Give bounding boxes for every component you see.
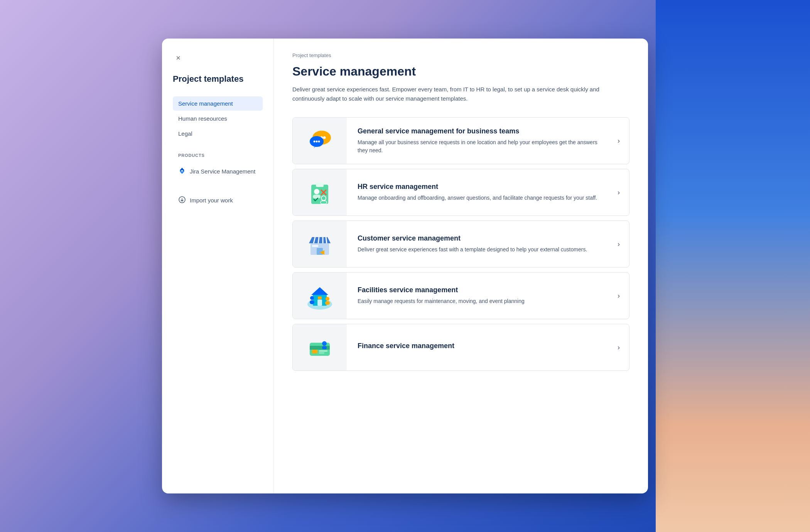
chat-icon bbox=[304, 125, 335, 156]
sidebar-title: Project templates bbox=[173, 74, 263, 84]
chevron-right-icon-finance: › bbox=[608, 343, 629, 352]
facilities-icon bbox=[304, 280, 335, 311]
template-info-facilities: Facilities service management Easily man… bbox=[347, 277, 608, 315]
svg-rect-39 bbox=[319, 352, 324, 354]
sidebar-item-human-resources[interactable]: Human reseources bbox=[173, 111, 263, 126]
chevron-right-icon-hr: › bbox=[608, 189, 629, 197]
template-name-hr: HR service management bbox=[358, 183, 597, 191]
svg-rect-34 bbox=[318, 296, 322, 299]
template-card-general-service[interactable]: General service management for business … bbox=[292, 117, 629, 164]
template-icon-facilities bbox=[293, 273, 347, 319]
hr-icon bbox=[304, 177, 335, 208]
svg-point-32 bbox=[326, 297, 329, 301]
template-icon-general bbox=[293, 118, 347, 164]
svg-rect-36 bbox=[310, 346, 330, 350]
sidebar-item-service-management[interactable]: Service management bbox=[173, 96, 263, 111]
svg-rect-10 bbox=[316, 182, 324, 187]
template-desc-facilities: Easily manage requests for maintenance, … bbox=[358, 297, 597, 305]
template-desc-customer: Deliver great service experiences fast w… bbox=[358, 246, 597, 254]
svg-rect-12 bbox=[313, 195, 321, 199]
store-icon bbox=[304, 229, 335, 259]
svg-point-4 bbox=[323, 136, 326, 139]
template-info-customer: Customer service management Deliver grea… bbox=[347, 225, 608, 263]
template-card-finance-service[interactable]: Finance service management › bbox=[292, 324, 629, 371]
import-label: Import your work bbox=[190, 197, 233, 204]
svg-point-8 bbox=[318, 141, 320, 143]
svg-point-40 bbox=[322, 341, 327, 346]
template-info-finance: Finance service management bbox=[347, 333, 608, 362]
chevron-right-icon-customer: › bbox=[608, 240, 629, 248]
svg-rect-33 bbox=[325, 301, 330, 305]
svg-point-30 bbox=[310, 296, 314, 300]
modal-container: × Project templates Service management H… bbox=[162, 39, 648, 493]
svg-marker-18 bbox=[309, 237, 331, 243]
template-name-facilities: Facilities service management bbox=[358, 286, 597, 294]
template-name-finance: Finance service management bbox=[358, 342, 597, 350]
template-icon-hr bbox=[293, 169, 347, 215]
svg-rect-16 bbox=[321, 201, 327, 204]
svg-rect-29 bbox=[317, 300, 322, 306]
sidebar-item-legal[interactable]: Legal bbox=[173, 126, 263, 141]
template-icon-finance bbox=[293, 324, 347, 370]
template-icon-customer bbox=[293, 221, 347, 267]
template-list: General service management for business … bbox=[292, 117, 629, 371]
template-card-facilities-service[interactable]: Facilities service management Easily man… bbox=[292, 272, 629, 319]
sidebar: × Project templates Service management H… bbox=[162, 39, 274, 493]
main-content: Project templates Service management Del… bbox=[274, 39, 648, 493]
svg-point-7 bbox=[316, 141, 318, 143]
background-overlay-right bbox=[656, 0, 810, 532]
import-work-item[interactable]: Import your work bbox=[173, 192, 263, 209]
sidebar-nav: Service management Human reseources Lega… bbox=[173, 96, 263, 141]
template-name-customer: Customer service management bbox=[358, 234, 597, 242]
template-name-general: General service management for business … bbox=[358, 127, 597, 135]
svg-rect-41 bbox=[322, 346, 327, 349]
products-section-label: PRODUCTS bbox=[173, 153, 263, 158]
close-button[interactable]: × bbox=[173, 52, 184, 63]
page-title: Service management bbox=[292, 64, 629, 79]
template-info-general: General service management for business … bbox=[347, 118, 608, 164]
template-info-hr: HR service management Manage onboarding … bbox=[347, 173, 608, 211]
template-desc-general: Manage all your business service request… bbox=[358, 138, 597, 155]
chevron-right-icon-general: › bbox=[608, 137, 629, 145]
svg-point-11 bbox=[314, 189, 319, 194]
svg-rect-31 bbox=[310, 300, 314, 304]
template-card-hr-service[interactable]: HR service management Manage onboarding … bbox=[292, 169, 629, 216]
jira-icon bbox=[178, 167, 186, 176]
svg-point-15 bbox=[321, 196, 326, 200]
svg-rect-37 bbox=[312, 350, 317, 354]
jira-service-management-label: Jira Service Management bbox=[190, 168, 255, 175]
breadcrumb: Project templates bbox=[292, 52, 629, 58]
svg-rect-24 bbox=[312, 245, 318, 247]
page-description: Deliver great service experiences fast. … bbox=[292, 85, 624, 103]
template-card-customer-service[interactable]: Customer service management Deliver grea… bbox=[292, 221, 629, 268]
template-desc-hr: Manage onboarding and offboarding, answe… bbox=[358, 194, 597, 202]
sidebar-item-jira-service-management[interactable]: Jira Service Management bbox=[173, 163, 263, 180]
import-icon bbox=[178, 196, 186, 205]
svg-line-20 bbox=[318, 237, 319, 243]
chevron-right-icon-facilities: › bbox=[608, 292, 629, 300]
svg-marker-28 bbox=[311, 287, 328, 295]
svg-rect-23 bbox=[317, 248, 323, 255]
svg-point-6 bbox=[314, 141, 316, 143]
finance-icon bbox=[304, 332, 335, 363]
svg-line-22 bbox=[326, 237, 327, 243]
svg-rect-38 bbox=[319, 350, 327, 352]
